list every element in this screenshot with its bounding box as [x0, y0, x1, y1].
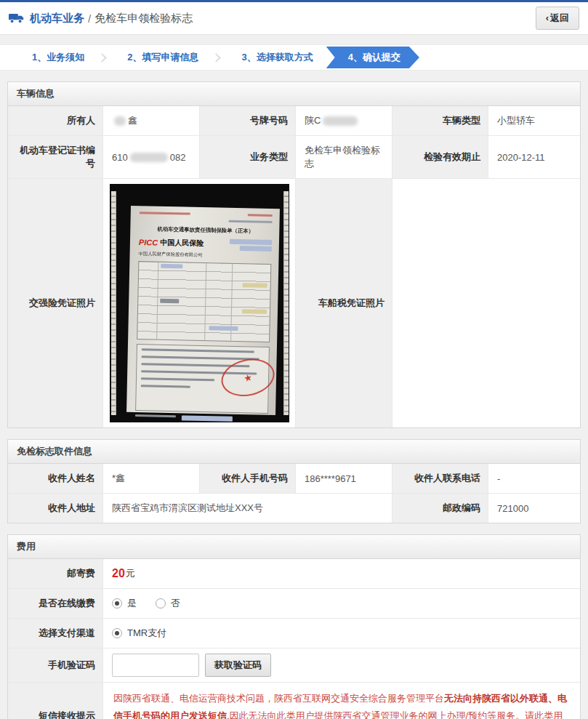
business-type-value: 免检车申领检验标志	[295, 136, 392, 178]
insurance-company-name: 中国人民财产保险股份有限公司	[138, 251, 258, 260]
photo-texture	[139, 212, 272, 217]
pickup-info-title: 免检标志取件信息	[8, 440, 580, 464]
photo-redaction	[239, 246, 271, 252]
photo-redaction	[229, 239, 271, 245]
photo-texture	[139, 212, 190, 214]
insurance-doc-title: 机动车交通事故责任强制保险单（正本）	[144, 225, 267, 236]
sms-notice-part1: 因陕西省联通、电信运营商技术问题，陕西省互联网交通安全综合服务管理平台	[113, 693, 444, 704]
insurance-photo[interactable]: 机动车交通事故责任强制保险单（正本） PICC 中国人民保险 中国人民财产保险股…	[110, 184, 289, 422]
sms-code-input[interactable]	[112, 654, 199, 677]
postcode-label: 邮政编码	[392, 494, 488, 523]
truck-icon	[9, 12, 25, 24]
registration-cert-label: 机动车登记证书编号	[8, 136, 102, 178]
stamp-star: ★	[242, 371, 253, 384]
get-code-button[interactable]: 获取验证码	[205, 654, 271, 677]
vehicle-type-label: 车辆类型	[392, 106, 488, 135]
radio-checked-icon[interactable]	[112, 628, 122, 638]
insurance-photo-cell: 机动车交通事故责任强制保险单（正本） PICC 中国人民保险 中国人民财产保险股…	[102, 179, 295, 427]
photo-texture	[160, 299, 179, 304]
photo-texture	[156, 262, 158, 340]
photo-texture	[111, 191, 116, 415]
recipient-phone-value: 186****9671	[295, 464, 392, 493]
sms-notice-label: 短信接收提示	[8, 683, 102, 719]
fees-section: 费用 邮寄费 20 元 是否在线缴费 是 否 选择支付渠道 TMR支付	[7, 534, 581, 719]
fees-title: 费用	[8, 535, 580, 559]
plate-label: 号牌号码	[199, 106, 295, 135]
photo-redaction	[161, 264, 182, 269]
postage-unit: 元	[126, 567, 135, 580]
photo-texture	[204, 263, 206, 340]
pay-channel-label: 选择支付渠道	[8, 619, 102, 648]
recipient-tel-label: 收件人联系电话	[392, 464, 488, 493]
step-tabs: 1、业务须知 2、填写申请信息 3、选择获取方式 4、确认提交	[0, 44, 588, 71]
valid-until-value: 2020-12-11	[488, 136, 580, 178]
sms-notice-text: 因陕西省联通、电信运营商技术问题，陕西省互联网交通安全综合服务管理平台无法向持陕…	[102, 683, 580, 719]
online-pay-yes-option[interactable]: 是	[112, 597, 137, 610]
plate-value: 陕C	[295, 106, 392, 135]
page-header: 机动车业务 / 免检车申领检验标志 ‹返回	[0, 2, 588, 35]
tab-step-2-fill-info[interactable]: 2、填写申请信息	[117, 51, 209, 64]
picc-brand-cn: 中国人民保险	[160, 238, 204, 249]
back-button[interactable]: ‹返回	[536, 7, 579, 30]
breadcrumb-section: 机动车业务	[30, 12, 84, 25]
valid-until-label: 检验有效期止	[392, 136, 488, 178]
postage-label: 邮寄费	[8, 559, 102, 588]
insurance-brand-row: PICC 中国人民保险	[138, 236, 271, 252]
insurance-photo-label: 交强险凭证照片	[8, 179, 102, 427]
photo-texture	[134, 414, 175, 417]
recipient-tel-value: -	[488, 464, 580, 493]
recipient-phone-label: 收件人手机号码	[199, 464, 295, 493]
photo-texture	[283, 191, 289, 415]
radio-unchecked-icon[interactable]	[156, 598, 166, 608]
sms-code-label: 手机验证码	[8, 648, 102, 682]
pay-channel-options: TMR支付	[102, 619, 580, 648]
recipient-name-label: 收件人姓名	[8, 464, 102, 493]
owner-label: 所有人	[8, 106, 102, 135]
recipient-address-label: 收件人地址	[8, 494, 102, 523]
tab-step-1-notice[interactable]: 1、业务须知	[22, 51, 94, 64]
tab-step-3-delivery-method[interactable]: 3、选择获取方式	[231, 51, 323, 64]
photo-texture	[141, 348, 254, 353]
picc-logo: PICC	[138, 238, 158, 247]
owner-value: 鑫	[102, 106, 199, 135]
online-pay-options: 是 否	[102, 589, 580, 618]
tax-photo-empty-cell	[392, 179, 580, 427]
recipient-address-value: 陕西省宝鸡市渭滨区测试地址XXX号	[102, 494, 392, 523]
recipient-name-value: *鑫	[102, 464, 199, 493]
breadcrumb-page-title: 免检车申领检验标志	[94, 12, 193, 25]
pay-channel-tmr-option[interactable]: TMR支付	[112, 627, 166, 640]
postage-value: 20 元	[102, 559, 580, 588]
chevron-separator-icon	[212, 53, 222, 63]
insurance-document-paper: 机动车交通事故责任强制保险单（正本） PICC 中国人民保险 中国人民财产保险股…	[126, 206, 280, 415]
photo-texture	[140, 377, 214, 381]
photo-redaction	[181, 415, 232, 421]
tax-photo-label: 车船税凭证照片	[295, 179, 392, 427]
radio-checked-icon[interactable]	[112, 598, 122, 608]
tab-step-4-confirm-active: 4、确认提交	[326, 47, 419, 68]
pickup-info-section: 免检标志取件信息 收件人姓名 *鑫 收件人手机号码 186****9671 收件…	[7, 439, 581, 523]
online-pay-label: 是否在线缴费	[8, 589, 102, 618]
photo-texture	[134, 414, 267, 422]
photo-redaction	[209, 326, 238, 331]
sms-code-field-row: 获取验证码	[102, 648, 580, 682]
back-chevron-icon: ‹	[546, 12, 549, 23]
postcode-value: 721000	[488, 494, 580, 523]
photo-texture	[247, 214, 272, 217]
vehicle-type-value: 小型轿车	[488, 106, 580, 135]
photo-texture	[241, 309, 266, 314]
redaction-blur	[323, 116, 358, 126]
online-pay-no-option[interactable]: 否	[156, 597, 180, 610]
breadcrumb-separator: /	[88, 12, 91, 25]
postage-amount: 20	[112, 567, 125, 580]
photo-texture	[140, 385, 190, 387]
registration-cert-value: 610082	[102, 136, 199, 178]
photo-texture	[242, 283, 267, 288]
pay-channel-tmr-label: TMR支付	[127, 627, 166, 640]
back-button-label: 返回	[550, 12, 569, 23]
insurance-form-table	[137, 261, 271, 342]
online-pay-yes-label: 是	[127, 597, 137, 610]
redaction-blur	[114, 116, 126, 126]
online-pay-no-label: 否	[171, 597, 180, 610]
redaction-blur	[130, 153, 168, 162]
chevron-separator-icon	[97, 53, 107, 63]
